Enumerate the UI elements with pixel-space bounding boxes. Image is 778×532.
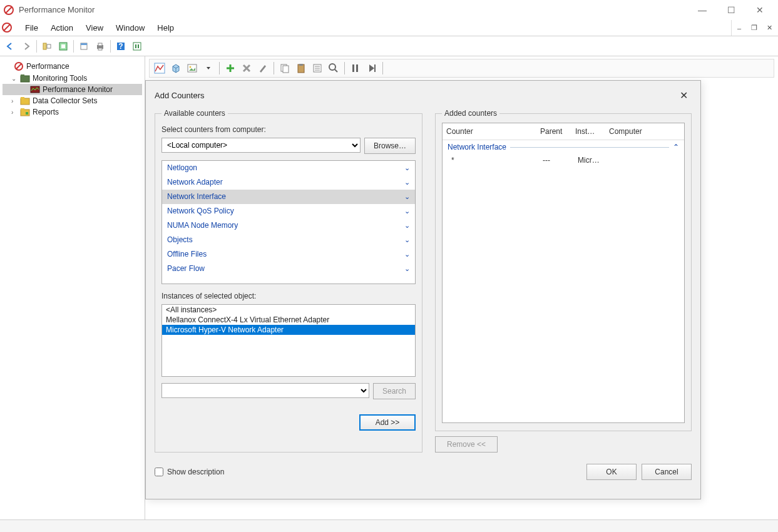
menu-help[interactable]: Help [151, 21, 180, 35]
chevron-up-icon: ⌃ [673, 143, 679, 151]
paste-button[interactable] [294, 61, 309, 76]
counter-item[interactable]: NUMA Node Memory⌄ [162, 218, 415, 233]
added-group-row[interactable]: Network Interface ⌃ [443, 140, 684, 154]
close-button[interactable]: ✕ [745, 1, 774, 19]
counter-item-selected[interactable]: Network Interface⌄ [162, 190, 415, 204]
cube-button[interactable] [168, 61, 183, 76]
added-counter-row[interactable]: * --- Micr… [443, 154, 684, 166]
tree-performance-monitor[interactable]: Performance Monitor [3, 84, 142, 95]
help-button[interactable]: ? [113, 39, 128, 54]
instance-item-selected[interactable]: Microsoft Hyper-V Network Adapter [162, 325, 415, 335]
highlight-button[interactable] [255, 61, 270, 76]
mdi-controls: – ❐ ✕ [731, 20, 777, 36]
app-icon [4, 5, 14, 15]
tree-node-label: Monitoring Tools [33, 74, 87, 83]
dialog-close-button[interactable]: ✕ [676, 88, 692, 103]
show-hide-tree-button[interactable] [39, 39, 54, 54]
browse-button[interactable]: Browse… [364, 138, 416, 154]
freeze-button[interactable] [348, 61, 363, 76]
instance-item[interactable]: Mellanox ConnectX-4 Lx Virtual Ethernet … [162, 315, 415, 325]
cell-counter: * [451, 156, 543, 165]
col-computer[interactable]: Computer [609, 127, 680, 136]
col-parent[interactable]: Parent [540, 127, 575, 136]
counter-item[interactable]: Network QoS Policy⌄ [162, 204, 415, 218]
monitor-icon [30, 85, 40, 94]
back-button[interactable] [3, 39, 18, 54]
tree-data-collector-sets[interactable]: › Data Collector Sets [3, 95, 142, 106]
menu-view[interactable]: View [79, 21, 110, 35]
select-from-label: Select counters from computer: [161, 125, 416, 134]
search-combo[interactable] [161, 383, 369, 398]
menu-file[interactable]: File [19, 21, 44, 35]
new-window-button[interactable] [76, 39, 91, 54]
zoom-button[interactable] [326, 61, 341, 76]
tree-monitoring-tools[interactable]: ⌄ Monitoring Tools [3, 73, 142, 84]
show-description-checkbox[interactable]: Show description [155, 468, 224, 476]
added-table-header: Counter Parent Inst… Computer [443, 123, 684, 140]
computer-select[interactable]: <Local computer> [161, 138, 361, 153]
group-line [510, 147, 669, 148]
counter-item[interactable]: Network Adapter⌄ [162, 175, 415, 190]
counter-item[interactable]: Pacer Flow⌄ [162, 262, 415, 276]
mdi-close-button[interactable]: ✕ [762, 23, 776, 34]
svg-rect-39 [352, 64, 354, 72]
available-counters-legend: Available counters [161, 109, 228, 118]
counter-item[interactable]: Offline Files⌄ [162, 247, 415, 262]
svg-rect-24 [21, 108, 24, 110]
window-title: Performance Monitor [19, 5, 95, 14]
add-counter-button[interactable] [223, 61, 238, 76]
properties-button[interactable] [310, 61, 325, 76]
status-bar [0, 519, 778, 532]
show-description-input[interactable] [155, 468, 163, 476]
image-button[interactable] [185, 61, 200, 76]
svg-rect-5 [61, 44, 65, 48]
counter-item[interactable]: Netlogon⌄ [162, 161, 415, 175]
maximize-button[interactable]: ☐ [717, 1, 745, 19]
svg-rect-2 [43, 43, 46, 49]
cancel-button[interactable]: Cancel [642, 464, 692, 480]
chevron-down-icon: ⌄ [404, 207, 410, 215]
update-button[interactable] [364, 61, 379, 76]
col-instance[interactable]: Inst… [575, 127, 609, 136]
remove-button[interactable]: Remove << [435, 436, 498, 453]
toolbar-button-2[interactable] [56, 39, 71, 54]
copy-button[interactable] [277, 61, 292, 76]
chevron-down-icon: ⌄ [404, 222, 410, 230]
main-toolbar: ? [0, 36, 778, 56]
dropdown-icon[interactable] [201, 61, 216, 76]
tree-node-label: Performance Monitor [43, 85, 113, 94]
add-button[interactable]: Add >> [359, 414, 416, 431]
svg-line-38 [335, 69, 337, 72]
search-button[interactable]: Search [373, 383, 416, 399]
counter-item[interactable]: Objects⌄ [162, 233, 415, 247]
menu-window[interactable]: Window [110, 21, 151, 35]
ok-button[interactable]: OK [586, 464, 637, 480]
folder-icon [20, 74, 30, 83]
menubar: File Action View Window Help – ❐ ✕ [0, 20, 778, 36]
forward-button[interactable] [19, 39, 34, 54]
counter-category-list[interactable]: Netlogon⌄ Network Adapter⌄ Network Inter… [161, 160, 416, 284]
svg-rect-9 [98, 43, 102, 46]
menu-action[interactable]: Action [44, 21, 79, 35]
mdi-restore-button[interactable]: ❐ [747, 23, 761, 34]
add-counters-dialog: Add Counters ✕ Available counters Select… [145, 80, 701, 499]
chart-view-button[interactable] [152, 61, 167, 76]
instance-item[interactable]: <All instances> [162, 305, 415, 315]
folder-icon [20, 96, 30, 105]
svg-line-1 [4, 24, 10, 31]
svg-rect-10 [98, 48, 102, 50]
tree-reports[interactable]: › Reports [3, 106, 142, 118]
instances-list[interactable]: <All instances> Mellanox ConnectX-4 Lx V… [161, 304, 416, 377]
print-button[interactable] [93, 39, 108, 54]
toolbar-separator [219, 62, 220, 74]
delete-button[interactable] [239, 61, 254, 76]
mdi-minimize-button[interactable]: – [732, 23, 746, 34]
toolbar-button-last[interactable] [130, 39, 145, 54]
col-counter[interactable]: Counter [446, 127, 540, 136]
toolbar-separator [382, 62, 383, 74]
svg-rect-13 [133, 43, 141, 50]
minimize-button[interactable]: — [688, 1, 717, 19]
tree-root[interactable]: Performance [3, 60, 142, 73]
cell-parent: --- [543, 156, 578, 165]
menubar-app-icon [1, 22, 14, 34]
